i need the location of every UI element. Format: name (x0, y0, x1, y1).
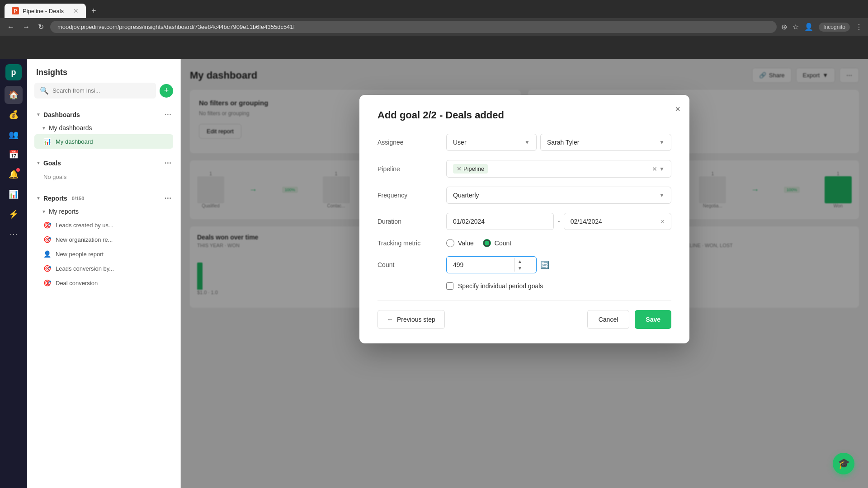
reports-section-header[interactable]: ▼ Reports 0/150 ⋯ (34, 191, 173, 205)
sidebar-item-my-dashboard[interactable]: 📊 My dashboard (34, 134, 173, 149)
nav-automations[interactable]: ⚡ (5, 205, 23, 223)
star-icon[interactable]: ☆ (793, 23, 799, 31)
main-layout: p 🏠 💰 👥 📅 🔔 📊 ⚡ ⋯ Insights 🔍 + (0, 59, 868, 488)
frequency-select[interactable]: Quarterly ▼ (446, 187, 671, 204)
nav-insights[interactable]: 📊 (5, 185, 23, 203)
sidebar-add-button[interactable]: + (160, 84, 173, 98)
my-dashboards-arrow-icon: ▼ (42, 126, 46, 131)
refresh-icon[interactable]: 🔄 (540, 261, 549, 269)
assignee-name-arrow-icon: ▼ (659, 139, 665, 145)
duration-end-clear-icon[interactable]: × (661, 218, 665, 225)
incognito-badge: Incognito (819, 23, 850, 32)
count-input[interactable] (447, 257, 514, 273)
assignee-type-select[interactable]: User ▼ (446, 134, 537, 151)
pipeline-select[interactable]: ✕ Pipeline ✕ ▼ (446, 160, 671, 178)
previous-step-button[interactable]: ← Previous step (377, 310, 445, 329)
leads-created-label: Leads created by us... (56, 222, 113, 229)
reload-button[interactable]: ↻ (36, 21, 46, 33)
menu-icon[interactable]: ⋮ (855, 23, 863, 31)
modal-title: Add goal 2/2 - Deals added (377, 109, 671, 121)
no-goals-text: No goals (34, 170, 173, 184)
new-org-label: New organization re... (56, 236, 113, 243)
extensions-icon[interactable]: ⊕ (781, 23, 787, 31)
sidebar-item-new-org[interactable]: 🎯 New organization re... (34, 232, 173, 247)
radio-count-input[interactable] (483, 239, 491, 247)
radio-value-input[interactable] (446, 239, 454, 247)
modal-close-button[interactable]: × (675, 104, 680, 114)
tracking-metric-row: Tracking metric Value Count (377, 239, 671, 247)
cancel-button[interactable]: Cancel (587, 310, 630, 329)
nav-more[interactable]: ⋯ (5, 225, 23, 243)
sidebar-search-box[interactable]: 🔍 (34, 83, 156, 99)
goals-label: Goals (43, 160, 61, 167)
tracking-metric-controls: Value Count (446, 239, 671, 247)
duration-row: Duration - 02/14/2024 × (377, 213, 671, 230)
radio-group: Value Count (446, 239, 511, 247)
frequency-value: Quarterly (453, 192, 479, 199)
url-bar[interactable]: moodjoy.pipedrive.com/progress/insights/… (50, 21, 777, 33)
dashboards-section-header[interactable]: ▼ Dashboards ⋯ (34, 108, 173, 122)
nav-home[interactable]: 🏠 (5, 86, 23, 104)
assignee-type-value: User (453, 139, 467, 146)
add-goal-modal: Add goal 2/2 - Deals added × Assignee Us… (359, 95, 689, 343)
frequency-arrow-icon: ▼ (659, 192, 665, 198)
reports-count: 0/150 (72, 196, 85, 201)
sidebar-item-leads-created[interactable]: 🎯 Leads created by us... (34, 218, 173, 232)
pipeline-tag-label: Pipeline (463, 165, 484, 172)
pipeline-row: Pipeline ✕ Pipeline ✕ ▼ (377, 160, 671, 178)
count-decrement-button[interactable]: ▼ (515, 265, 525, 272)
nav-deals[interactable]: 💰 (5, 106, 23, 124)
new-tab-button[interactable]: + (88, 5, 100, 18)
goals-section: ▼ Goals ⋯ No goals (27, 152, 180, 188)
browser-nav: ← → ↻ moodjoy.pipedrive.com/progress/ins… (0, 18, 868, 36)
prev-step-label: Previous step (397, 316, 435, 323)
save-button[interactable]: Save (635, 310, 671, 329)
radio-value-option[interactable]: Value (446, 239, 474, 247)
nav-contacts[interactable]: 👥 (5, 126, 23, 144)
pipeline-clear-icon[interactable]: ✕ (652, 165, 657, 173)
my-dashboards-label: My dashboards (49, 124, 92, 131)
search-icon: 🔍 (40, 86, 49, 95)
tab-close-button[interactable]: ✕ (73, 7, 79, 14)
goals-section-header[interactable]: ▼ Goals ⋯ (34, 156, 173, 170)
nav-notifications[interactable]: 🔔 (5, 165, 23, 183)
assignee-name-select[interactable]: Sarah Tyler ▼ (540, 134, 671, 151)
app-sidebar: p 🏠 💰 👥 📅 🔔 📊 ⚡ ⋯ (0, 59, 27, 488)
back-button[interactable]: ← (5, 21, 16, 33)
leads-conversion-label: Leads conversion by... (56, 265, 114, 272)
duration-end-input[interactable]: 02/14/2024 × (564, 213, 671, 230)
sidebar-item-new-people[interactable]: 👤 New people report (34, 247, 173, 261)
dashboards-more-icon[interactable]: ⋯ (164, 110, 171, 119)
radio-count-label: Count (495, 239, 511, 247)
prev-arrow-icon: ← (387, 316, 393, 323)
modal-footer: ← Previous step Cancel Save (377, 300, 671, 329)
count-increment-button[interactable]: ▲ (515, 258, 525, 265)
sidebar-item-leads-conversion[interactable]: 🎯 Leads conversion by... (34, 261, 173, 276)
radio-count-option[interactable]: Count (483, 239, 511, 247)
assignee-name-value: Sarah Tyler (547, 139, 579, 146)
nav-activities[interactable]: 📅 (5, 145, 23, 164)
my-dashboards-header[interactable]: ▼ My dashboards (34, 122, 173, 134)
my-reports-header[interactable]: ▼ My reports (34, 205, 173, 218)
duration-start-input[interactable] (446, 213, 554, 230)
active-tab[interactable]: P Pipeline - Deals ✕ (5, 4, 86, 18)
my-reports-label: My reports (49, 208, 79, 215)
profile-icon[interactable]: 👤 (804, 23, 813, 31)
dashboard-icon: 📊 (43, 138, 51, 145)
reports-label: Reports (43, 195, 67, 202)
assignee-row: Assignee User ▼ Sarah Tyler ▼ (377, 134, 671, 151)
sidebar-content: Insights 🔍 + ▼ Dashboards ⋯ ▼ My dashbo (27, 59, 180, 488)
search-input[interactable] (52, 87, 151, 94)
new-org-icon: 🎯 (43, 236, 51, 243)
tab-bar: P Pipeline - Deals ✕ + (0, 0, 868, 18)
sidebar-item-deal-conversion[interactable]: 🎯 Deal conversion (34, 276, 173, 290)
reports-more-icon[interactable]: ⋯ (164, 194, 171, 202)
goals-more-icon[interactable]: ⋯ (164, 159, 171, 167)
sidebar-panel: Insights 🔍 + ▼ Dashboards ⋯ ▼ My dashbo (27, 59, 181, 488)
forward-button[interactable]: → (21, 21, 32, 33)
help-bubble[interactable]: 🎓 (833, 453, 854, 474)
new-people-label: New people report (56, 251, 104, 258)
specify-periods-checkbox[interactable] (446, 282, 453, 290)
duration-controls: - 02/14/2024 × (446, 213, 671, 230)
pipeline-tag-x-icon[interactable]: ✕ (457, 165, 462, 172)
